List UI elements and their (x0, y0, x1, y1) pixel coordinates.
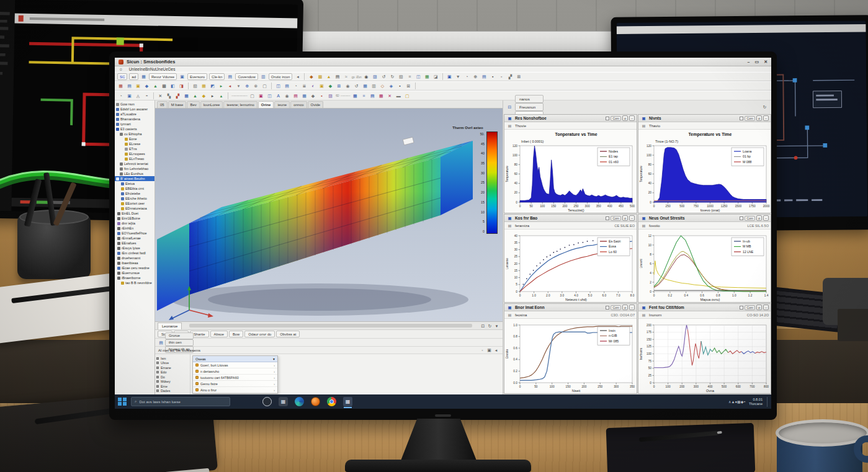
toolbar-icon[interactable]: ▪ (490, 73, 496, 80)
plot-window-titlebar[interactable]: ▣ Neus Onut Stresits Com o – (638, 215, 771, 222)
tree-item[interactable]: rEinhEn (115, 226, 154, 231)
toolbar-icon[interactable]: Orutic ircon (269, 73, 293, 80)
panel-icon[interactable]: ↻ (486, 323, 493, 329)
plot-window-titlebar[interactable]: ▣ Fent fou Citit/fdom Com o – (638, 304, 771, 311)
com-button[interactable]: Com (611, 305, 621, 310)
options-button[interactable]: o (756, 115, 762, 121)
toolbar-icon[interactable]: ◔ (463, 73, 470, 80)
toolbar-icon[interactable]: ▪ (396, 82, 403, 89)
checkbox-icon[interactable] (156, 362, 159, 364)
options-button[interactable]: o (622, 215, 628, 221)
toolbar-icon[interactable] (415, 82, 416, 89)
plot-window-titlebar[interactable]: ▣ Bnor Imat Eonn Com o – (504, 304, 637, 311)
view-tab[interactable]: Bev (187, 101, 199, 108)
toolbar-icon[interactable]: ▤ (481, 73, 488, 80)
toolbar-icon[interactable]: ◂ (294, 73, 301, 80)
tree-item[interactable]: E3 casierts (115, 127, 154, 131)
toolbar-icon[interactable]: ✕ (157, 92, 164, 99)
checkbox-icon[interactable] (156, 376, 159, 378)
toolbar-icon[interactable]: 60 (336, 92, 339, 99)
log-category-item[interactable]: Eme (156, 384, 189, 389)
toolbar-icon[interactable]: ▩ (161, 82, 168, 89)
tree-item[interactable]: ETns (115, 146, 154, 151)
toolbar-icon[interactable]: ◐ (310, 82, 316, 89)
view-tab[interactable]: M base (168, 101, 187, 108)
view-tab[interactable]: teesne; lemurino (223, 101, 257, 108)
dropdown-row[interactable]: Ainu o firur› (193, 387, 277, 393)
toolbar-icon[interactable]: ▦ (378, 92, 385, 99)
collapse-button[interactable]: – (763, 115, 769, 121)
checkbox-icon[interactable] (156, 385, 159, 388)
toolbar-icon[interactable]: ⊗ (253, 82, 259, 89)
toolbar-icon[interactable]: ▧ (192, 82, 199, 89)
menu-item[interactable]: Jne (156, 67, 163, 71)
options-button[interactable]: o (756, 215, 762, 221)
collapse-button[interactable]: – (763, 215, 769, 221)
toolbar-icon[interactable]: ↺ (380, 73, 387, 80)
plot-area[interactable]: 0250500750100012501500175020000204060801… (638, 130, 771, 213)
taskbar-app-icon[interactable]: ▦ (279, 397, 288, 406)
tree-item[interactable]: EinEL Duet (115, 211, 154, 216)
toolbar-icon[interactable]: ▦ (117, 82, 124, 89)
tree-item[interactable]: ftm Lehnrtebhao (115, 166, 154, 171)
toolbar-icon[interactable]: ◂ (226, 82, 233, 89)
plot-window-titlebar[interactable]: ▣ Nivnts Com o – (638, 115, 771, 122)
toolbar-icon[interactable]: ▬ (395, 92, 402, 99)
tree-item[interactable]: ELrvupees (115, 151, 154, 156)
toolbar-icon[interactable]: ◇ (379, 82, 386, 89)
start-button[interactable] (117, 397, 127, 407)
toolbar-icon[interactable]: ▢ (261, 82, 268, 89)
toolbar-icon[interactable]: ▸ (209, 92, 216, 99)
toolbar-icon[interactable]: ▨ (372, 73, 378, 80)
toolbar-icon[interactable]: ▤ (292, 92, 299, 99)
collapse-button[interactable]: – (629, 305, 635, 310)
toolbar-icon[interactable]: Revur Vduree (149, 73, 177, 80)
menu-item[interactable]: Iee (134, 67, 140, 71)
toolbar-icon[interactable]: ▧ (398, 73, 405, 80)
toolbar-icon[interactable]: ▲ (192, 92, 199, 99)
com-button[interactable]: Com (745, 116, 755, 121)
maximize-button[interactable]: ▭ (755, 60, 759, 65)
toolbar-icon[interactable]: ▦ (352, 92, 359, 99)
tree-item[interactable]: cu Ethiopha (115, 131, 154, 136)
plot-area[interactable]: 0501001502002503003504004505000204060801… (504, 130, 637, 213)
tree-item[interactable]: Bhamandena (115, 117, 154, 122)
log-panel-button[interactable]: Bow (229, 331, 243, 337)
toolbar-icon[interactable]: ▤ (284, 82, 290, 89)
toolbar-icon[interactable]: ▲ (152, 82, 159, 89)
toolbar-icon[interactable]: ▣ (318, 82, 325, 89)
log-subtab[interactable]: thin oen (165, 339, 194, 346)
toolbar-icon[interactable]: ◔ (117, 92, 124, 99)
toolbar-icon[interactable]: ◆ (200, 92, 207, 99)
toolbar-icon[interactable]: ◉ (344, 82, 351, 89)
toolbar-icon[interactable]: ◫ (415, 73, 422, 80)
tree-item[interactable]: ELnTrewo (115, 156, 154, 161)
log-category-item[interactable]: Do (156, 375, 189, 380)
toolbar-icon[interactable]: ▥ (260, 73, 267, 80)
log-category-item[interactable]: Edo (156, 370, 189, 375)
tree-item[interactable]: Gow rsvn (115, 102, 154, 107)
dropdown-row[interactable]: n dertasruho› (193, 368, 277, 375)
toolbar-icon[interactable]: ——— (341, 92, 350, 99)
app-titlebar[interactable]: Sicun : Smscbonfides – ▭ ✕ (115, 58, 771, 66)
checkbox-icon[interactable] (606, 117, 609, 120)
view-tab[interactable]: ieune (274, 101, 290, 108)
tray-icon[interactable]: ◓ (743, 400, 746, 404)
toolbar-icon[interactable]: ▪ (318, 92, 325, 99)
menu-item[interactable]: Un (129, 67, 134, 71)
tree-item[interactable]: tyrmart (115, 122, 154, 127)
log-panel-button[interactable]: Absoe (210, 331, 228, 337)
checkbox-icon[interactable] (740, 117, 743, 120)
show-desktop-button[interactable] (767, 397, 769, 407)
refresh-icon[interactable]: ↻ (761, 104, 768, 110)
toolbar-icon[interactable]: ▚ (166, 92, 172, 99)
toolbar-icon[interactable]: ad (129, 73, 138, 80)
plot-area[interactable]: 0501001502002503003500.00.20.40.60.81.0N… (504, 319, 637, 393)
log-category-item[interactable]: Mdsey (156, 380, 189, 385)
checkbox-icon[interactable] (156, 367, 159, 369)
options-button[interactable]: o (622, 305, 628, 310)
tree-item[interactable]: EEorisrt ceer (115, 201, 154, 206)
tree-item[interactable]: Eieiua (115, 181, 154, 186)
checkbox-icon[interactable] (156, 380, 159, 383)
tree-item[interactable]: EBEibta crnt (115, 186, 154, 191)
